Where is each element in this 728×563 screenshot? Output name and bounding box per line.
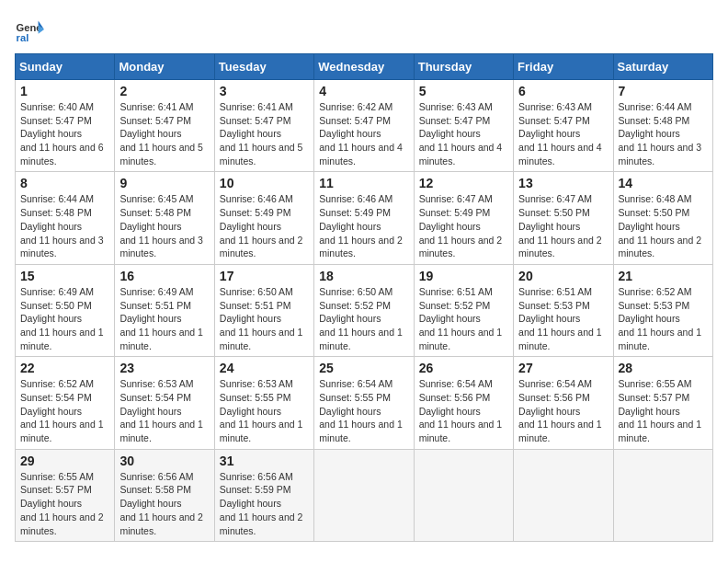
- calendar-cell: 2 Sunrise: 6:41 AM Sunset: 5:47 PM Dayli…: [115, 80, 214, 172]
- calendar-table: SundayMondayTuesdayWednesdayThursdayFrid…: [15, 53, 713, 542]
- day-info: Sunrise: 6:54 AM Sunset: 5:56 PM Dayligh…: [419, 377, 508, 444]
- calendar-cell: 16 Sunrise: 6:49 AM Sunset: 5:51 PM Dayl…: [115, 264, 214, 356]
- calendar-cell: [314, 449, 414, 541]
- day-number: 11: [319, 176, 408, 190]
- calendar-cell: 31 Sunrise: 6:56 AM Sunset: 5:59 PM Dayl…: [214, 449, 313, 541]
- day-number: 8: [20, 176, 109, 190]
- calendar-cell: 21 Sunrise: 6:52 AM Sunset: 5:53 PM Dayl…: [613, 264, 712, 356]
- day-number: 3: [220, 84, 309, 98]
- day-number: 13: [518, 176, 608, 190]
- calendar-cell: 26 Sunrise: 6:54 AM Sunset: 5:56 PM Dayl…: [414, 357, 513, 449]
- calendar-cell: 28 Sunrise: 6:55 AM Sunset: 5:57 PM Dayl…: [613, 357, 712, 449]
- day-number: 20: [518, 269, 608, 283]
- day-number: 9: [119, 176, 209, 190]
- calendar-cell: 29 Sunrise: 6:55 AM Sunset: 5:57 PM Dayl…: [16, 449, 115, 541]
- day-info: Sunrise: 6:43 AM Sunset: 5:47 PM Dayligh…: [518, 100, 608, 167]
- calendar-cell: 30 Sunrise: 6:56 AM Sunset: 5:58 PM Dayl…: [115, 449, 214, 541]
- day-info: Sunrise: 6:54 AM Sunset: 5:55 PM Dayligh…: [319, 377, 408, 444]
- day-info: Sunrise: 6:44 AM Sunset: 5:48 PM Dayligh…: [20, 192, 109, 259]
- day-number: 25: [319, 361, 408, 375]
- col-header-thursday: Thursday: [414, 54, 513, 80]
- col-header-saturday: Saturday: [613, 54, 712, 80]
- calendar-cell: 5 Sunrise: 6:43 AM Sunset: 5:47 PM Dayli…: [414, 80, 513, 172]
- calendar-cell: 12 Sunrise: 6:47 AM Sunset: 5:49 PM Dayl…: [414, 172, 513, 264]
- calendar-cell: 23 Sunrise: 6:53 AM Sunset: 5:54 PM Dayl…: [115, 357, 214, 449]
- day-number: 27: [518, 361, 608, 375]
- day-info: Sunrise: 6:53 AM Sunset: 5:55 PM Dayligh…: [220, 377, 309, 444]
- logo: Gene ral: [15, 15, 48, 44]
- day-number: 31: [220, 454, 309, 468]
- day-info: Sunrise: 6:46 AM Sunset: 5:49 PM Dayligh…: [220, 192, 309, 259]
- calendar-cell: 7 Sunrise: 6:44 AM Sunset: 5:48 PM Dayli…: [613, 80, 712, 172]
- calendar-cell: 4 Sunrise: 6:42 AM Sunset: 5:47 PM Dayli…: [314, 80, 414, 172]
- day-info: Sunrise: 6:41 AM Sunset: 5:47 PM Dayligh…: [220, 100, 309, 167]
- calendar-cell: [514, 449, 613, 541]
- day-number: 23: [119, 361, 209, 375]
- day-info: Sunrise: 6:50 AM Sunset: 5:52 PM Dayligh…: [319, 285, 408, 352]
- day-info: Sunrise: 6:48 AM Sunset: 5:50 PM Dayligh…: [619, 192, 708, 259]
- day-number: 16: [119, 269, 209, 283]
- day-number: 1: [20, 84, 109, 98]
- calendar-cell: 10 Sunrise: 6:46 AM Sunset: 5:49 PM Dayl…: [214, 172, 313, 264]
- day-number: 21: [619, 269, 708, 283]
- day-info: Sunrise: 6:46 AM Sunset: 5:49 PM Dayligh…: [319, 192, 408, 259]
- day-info: Sunrise: 6:45 AM Sunset: 5:48 PM Dayligh…: [119, 192, 209, 259]
- day-info: Sunrise: 6:51 AM Sunset: 5:53 PM Dayligh…: [518, 285, 608, 352]
- calendar-cell: 15 Sunrise: 6:49 AM Sunset: 5:50 PM Dayl…: [16, 264, 115, 356]
- calendar-cell: 20 Sunrise: 6:51 AM Sunset: 5:53 PM Dayl…: [514, 264, 613, 356]
- day-number: 19: [419, 269, 508, 283]
- day-number: 30: [119, 454, 209, 468]
- day-number: 4: [319, 84, 408, 98]
- day-number: 14: [619, 176, 708, 190]
- calendar-cell: 18 Sunrise: 6:50 AM Sunset: 5:52 PM Dayl…: [314, 264, 414, 356]
- day-info: Sunrise: 6:43 AM Sunset: 5:47 PM Dayligh…: [419, 100, 508, 167]
- week-row-3: 15 Sunrise: 6:49 AM Sunset: 5:50 PM Dayl…: [16, 264, 713, 356]
- day-info: Sunrise: 6:54 AM Sunset: 5:56 PM Dayligh…: [518, 377, 608, 444]
- calendar-cell: 3 Sunrise: 6:41 AM Sunset: 5:47 PM Dayli…: [214, 80, 313, 172]
- day-number: 18: [319, 269, 408, 283]
- calendar-cell: 25 Sunrise: 6:54 AM Sunset: 5:55 PM Dayl…: [314, 357, 414, 449]
- week-row-4: 22 Sunrise: 6:52 AM Sunset: 5:54 PM Dayl…: [16, 357, 713, 449]
- day-info: Sunrise: 6:55 AM Sunset: 5:57 PM Dayligh…: [20, 470, 109, 537]
- calendar-cell: 19 Sunrise: 6:51 AM Sunset: 5:52 PM Dayl…: [414, 264, 513, 356]
- day-number: 22: [20, 361, 109, 375]
- calendar-cell: 24 Sunrise: 6:53 AM Sunset: 5:55 PM Dayl…: [214, 357, 313, 449]
- col-header-wednesday: Wednesday: [314, 54, 414, 80]
- calendar-cell: 22 Sunrise: 6:52 AM Sunset: 5:54 PM Dayl…: [16, 357, 115, 449]
- calendar-cell: 9 Sunrise: 6:45 AM Sunset: 5:48 PM Dayli…: [115, 172, 214, 264]
- col-header-friday: Friday: [514, 54, 613, 80]
- col-header-sunday: Sunday: [16, 54, 115, 80]
- day-info: Sunrise: 6:51 AM Sunset: 5:52 PM Dayligh…: [419, 285, 508, 352]
- logo-icon: Gene ral: [15, 15, 44, 44]
- day-number: 2: [119, 84, 209, 98]
- day-info: Sunrise: 6:52 AM Sunset: 5:53 PM Dayligh…: [619, 285, 708, 352]
- day-number: 24: [220, 361, 309, 375]
- calendar-cell: 6 Sunrise: 6:43 AM Sunset: 5:47 PM Dayli…: [514, 80, 613, 172]
- day-number: 28: [619, 361, 708, 375]
- calendar-cell: 27 Sunrise: 6:54 AM Sunset: 5:56 PM Dayl…: [514, 357, 613, 449]
- day-info: Sunrise: 6:56 AM Sunset: 5:58 PM Dayligh…: [119, 470, 209, 537]
- day-number: 12: [419, 176, 508, 190]
- day-number: 15: [20, 269, 109, 283]
- day-info: Sunrise: 6:49 AM Sunset: 5:51 PM Dayligh…: [119, 285, 209, 352]
- day-info: Sunrise: 6:47 AM Sunset: 5:49 PM Dayligh…: [419, 192, 508, 259]
- day-info: Sunrise: 6:56 AM Sunset: 5:59 PM Dayligh…: [220, 470, 309, 537]
- day-number: 5: [419, 84, 508, 98]
- calendar-cell: 13 Sunrise: 6:47 AM Sunset: 5:50 PM Dayl…: [514, 172, 613, 264]
- col-header-tuesday: Tuesday: [214, 54, 313, 80]
- day-info: Sunrise: 6:52 AM Sunset: 5:54 PM Dayligh…: [20, 377, 109, 444]
- calendar-cell: 17 Sunrise: 6:50 AM Sunset: 5:51 PM Dayl…: [214, 264, 313, 356]
- day-info: Sunrise: 6:42 AM Sunset: 5:47 PM Dayligh…: [319, 100, 408, 167]
- day-info: Sunrise: 6:49 AM Sunset: 5:50 PM Dayligh…: [20, 285, 109, 352]
- week-row-5: 29 Sunrise: 6:55 AM Sunset: 5:57 PM Dayl…: [16, 449, 713, 541]
- day-info: Sunrise: 6:50 AM Sunset: 5:51 PM Dayligh…: [220, 285, 309, 352]
- day-number: 10: [220, 176, 309, 190]
- col-header-monday: Monday: [115, 54, 214, 80]
- calendar-cell: 14 Sunrise: 6:48 AM Sunset: 5:50 PM Dayl…: [613, 172, 712, 264]
- day-info: Sunrise: 6:41 AM Sunset: 5:47 PM Dayligh…: [119, 100, 209, 167]
- calendar-cell: 11 Sunrise: 6:46 AM Sunset: 5:49 PM Dayl…: [314, 172, 414, 264]
- day-info: Sunrise: 6:40 AM Sunset: 5:47 PM Dayligh…: [20, 100, 109, 167]
- calendar-cell: [613, 449, 712, 541]
- svg-text:Gene: Gene: [17, 22, 42, 33]
- week-row-2: 8 Sunrise: 6:44 AM Sunset: 5:48 PM Dayli…: [16, 172, 713, 264]
